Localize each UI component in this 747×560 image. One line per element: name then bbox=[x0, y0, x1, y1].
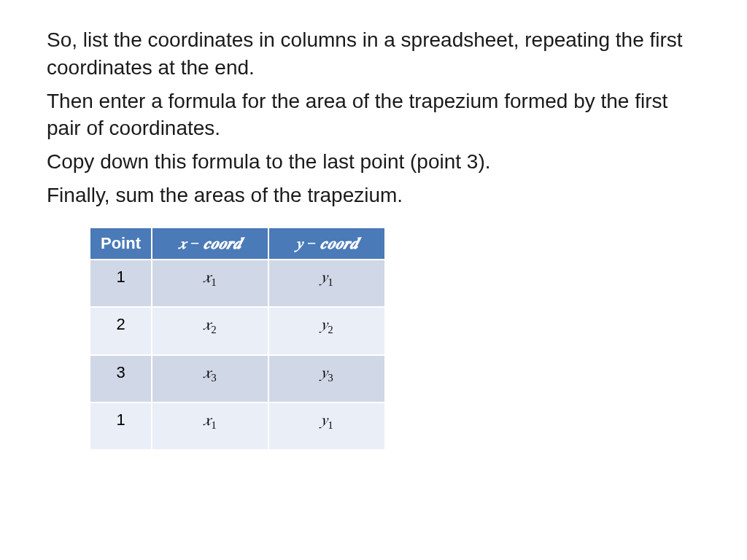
slide: So, list the coordinates in columns in a… bbox=[0, 0, 747, 477]
header-x-pre: 𝑥 − bbox=[179, 234, 204, 252]
y-sub: 2 bbox=[328, 324, 333, 336]
cell-point: 3 bbox=[90, 355, 152, 402]
x-base: 𝑥 bbox=[204, 268, 211, 286]
header-x-coord: 𝑥 − 𝒄𝒐𝒐𝒓𝒅 bbox=[152, 228, 268, 260]
y-base: 𝑦 bbox=[320, 315, 328, 333]
y-base: 𝑦 bbox=[320, 268, 328, 286]
paragraph-1: So, list the coordinates in columns in a… bbox=[47, 26, 700, 82]
y-sub: 1 bbox=[328, 419, 333, 431]
table-header-row: Point 𝑥 − 𝒄𝒐𝒐𝒓𝒅 𝑦 − 𝒄𝒐𝒐𝒓𝒅 bbox=[90, 228, 385, 260]
cell-x: 𝑥1 bbox=[152, 402, 268, 450]
y-base: 𝑦 bbox=[320, 363, 328, 381]
x-sub: 1 bbox=[211, 419, 216, 431]
cell-y: 𝑦1 bbox=[268, 402, 385, 450]
table-row: 2 𝑥2 𝑦2 bbox=[90, 307, 385, 354]
header-point: Point bbox=[90, 228, 152, 260]
cell-point: 2 bbox=[90, 307, 152, 354]
cell-y: 𝑦1 bbox=[268, 260, 385, 307]
x-base: 𝑥 bbox=[204, 411, 211, 429]
coordinates-table: Point 𝑥 − 𝒄𝒐𝒐𝒓𝒅 𝑦 − 𝒄𝒐𝒐𝒓𝒅 1 𝑥1 𝑦1 bbox=[89, 227, 386, 451]
cell-point: 1 bbox=[90, 402, 152, 450]
coordinates-table-wrap: Point 𝑥 − 𝒄𝒐𝒐𝒓𝒅 𝑦 − 𝒄𝒐𝒐𝒓𝒅 1 𝑥1 𝑦1 bbox=[89, 227, 700, 451]
cell-x: 𝑥1 bbox=[152, 260, 268, 307]
paragraph-2: Then enter a formula for the area of the… bbox=[47, 88, 700, 143]
header-y-word: 𝒄𝒐𝒐𝒓𝒅 bbox=[320, 234, 358, 252]
table-row: 1 𝑥1 𝑦1 bbox=[90, 260, 385, 307]
table-row: 1 𝑥1 𝑦1 bbox=[90, 402, 385, 450]
x-base: 𝑥 bbox=[204, 315, 211, 333]
header-x-word: 𝒄𝒐𝒐𝒓𝒅 bbox=[204, 234, 241, 252]
y-sub: 1 bbox=[328, 276, 333, 288]
paragraph-3: Copy down this formula to the last point… bbox=[47, 148, 700, 176]
table-row: 3 𝑥3 𝑦3 bbox=[90, 355, 385, 402]
header-y-coord: 𝑦 − 𝒄𝒐𝒐𝒓𝒅 bbox=[268, 228, 385, 260]
y-base: 𝑦 bbox=[320, 411, 328, 429]
x-base: 𝑥 bbox=[204, 363, 211, 381]
cell-point: 1 bbox=[90, 260, 152, 307]
cell-x: 𝑥3 bbox=[152, 355, 268, 402]
cell-x: 𝑥2 bbox=[152, 307, 268, 354]
cell-y: 𝑦2 bbox=[268, 307, 385, 354]
paragraph-4: Finally, sum the areas of the trapezium. bbox=[47, 182, 700, 209]
x-sub: 2 bbox=[211, 324, 216, 336]
cell-y: 𝑦3 bbox=[268, 355, 385, 402]
y-sub: 3 bbox=[328, 372, 333, 384]
x-sub: 1 bbox=[211, 276, 216, 288]
x-sub: 3 bbox=[211, 372, 216, 384]
header-y-pre: 𝑦 − bbox=[295, 234, 320, 252]
